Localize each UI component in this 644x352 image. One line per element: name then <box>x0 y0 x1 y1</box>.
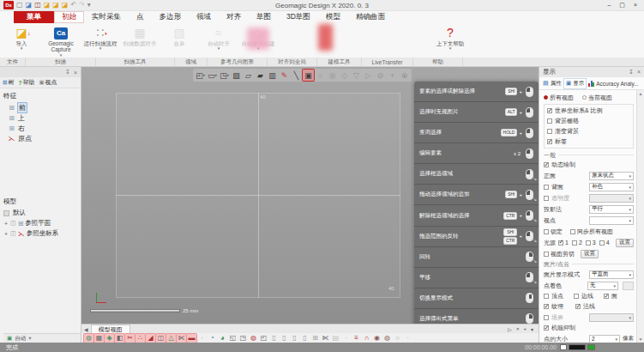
ribbon-button[interactable]: ≈ 自动对齐 ▾ <box>199 24 238 58</box>
tool-icon[interactable]: · <box>197 334 207 343</box>
checkbox-row[interactable]: 边线 <box>574 291 604 301</box>
viewport-tool-icon[interactable]: ◳ <box>219 70 230 81</box>
checkbox-icon[interactable] <box>544 162 549 167</box>
dynamic-draw-checkbox[interactable]: 动态绘制 <box>544 160 634 170</box>
tool-icon[interactable]: △ <box>166 334 176 343</box>
viewport-tool-icon[interactable]: ▽ <box>351 70 362 81</box>
menu-tab[interactable]: 精确曲面 <box>348 11 393 23</box>
tab-properties[interactable]: ▤ 属性 <box>541 79 563 88</box>
tool-icon[interactable]: ◉ <box>372 334 382 343</box>
maximize-button[interactable]: ▢ <box>619 2 625 9</box>
checkbox-icon[interactable] <box>544 185 549 190</box>
tool-icon[interactable]: ○ <box>393 334 402 343</box>
viewport-3d[interactable]: 40 40 ◰▭◳▧▱▰▥✎╲▣○◎◇▽▷⊘+⊕ 25 mm 要素的选择或解除选… <box>81 67 539 324</box>
quick-access-icon[interactable]: ▢ <box>16 2 23 9</box>
menu-tab[interactable]: 3D草图 <box>279 11 318 23</box>
visibility-icon[interactable]: ◫ <box>10 220 16 227</box>
light-checkbox[interactable]: 3 <box>586 240 596 246</box>
tool-icon[interactable]: ◫ <box>156 334 166 343</box>
tab-accuracy-analyzer[interactable]: Accuracy Analy... <box>587 80 640 88</box>
tool-icon[interactable]: ▯ <box>290 334 299 343</box>
dropdown-select[interactable]: 无 <box>587 282 618 290</box>
checkbox-icon[interactable] <box>547 118 552 124</box>
lock-checkbox[interactable]: 锁定 <box>544 228 563 236</box>
tool-icon[interactable]: ◢ <box>146 334 155 343</box>
tool-icon[interactable]: ✂ <box>125 334 135 343</box>
tool-icon[interactable]: · <box>403 334 412 343</box>
dropdown-select[interactable] <box>589 313 634 322</box>
expander-icon[interactable]: + <box>3 221 9 227</box>
menu-tab[interactable]: 模型 <box>318 11 348 23</box>
viewport-tool-icon[interactable]: ▣ <box>303 70 314 81</box>
quick-access-icon[interactable]: ◪ <box>62 2 69 9</box>
viewport-tool-icon[interactable]: ◇ <box>339 70 350 81</box>
tab-display[interactable]: ▣ 显示 <box>564 79 587 88</box>
checkbox-row[interactable]: 渐变背景 <box>547 126 630 137</box>
dropdown-select[interactable]: 平行 <box>589 205 634 214</box>
dropdown-select[interactable]: 原来状态 <box>589 172 634 180</box>
viewport-tool-icon[interactable]: ▱ <box>243 70 254 81</box>
tool-icon[interactable]: ⋉ <box>177 334 186 343</box>
tool-icon[interactable]: ◔ <box>208 334 217 343</box>
left-panel-tab[interactable]: ? 帮助 <box>16 78 36 87</box>
left-panel-tab[interactable]: ⊞ 树 <box>1 78 15 87</box>
quick-access-icon[interactable]: ◪ <box>26 2 33 9</box>
light-settings-button[interactable]: 设置 <box>616 239 634 247</box>
tool-icon[interactable]: ◧ <box>115 334 124 343</box>
checkbox-icon[interactable] <box>544 325 549 331</box>
light-checkbox[interactable]: 2 <box>572 240 582 246</box>
menu-tab[interactable]: 多边形 <box>152 11 190 23</box>
tool-icon[interactable]: ▯ <box>269 334 279 343</box>
viewport-tool-icon[interactable]: ⊘ <box>375 70 386 81</box>
checkbox-row[interactable]: 纹理 <box>544 301 575 312</box>
overlay-control-icon[interactable]: ▾ <box>531 326 533 332</box>
view-clip-checkbox[interactable]: 视图剪切 <box>544 250 575 258</box>
checkbox-icon[interactable] <box>547 139 552 144</box>
viewport-tool-icon[interactable]: ⊕ <box>399 70 410 81</box>
menu-tab[interactable]: 领域 <box>189 11 219 23</box>
checkbox-icon[interactable] <box>544 196 549 201</box>
light-checkbox[interactable]: 4 <box>599 240 610 246</box>
tool-icon[interactable]: ▬ <box>187 334 196 343</box>
menu-tab[interactable]: 点 <box>129 11 152 23</box>
viewport-tool-icon[interactable]: ▷ <box>363 70 374 81</box>
ribbon-button[interactable]: ▦ 扫描数据对齐 ▾ <box>120 24 159 58</box>
pin-icon[interactable]: ↧ <box>629 69 634 76</box>
viewport-tool-icon[interactable]: ▥ <box>267 70 278 81</box>
menu-tab[interactable]: 草图 <box>249 11 279 23</box>
quick-access-icon[interactable]: ◪ <box>52 2 59 9</box>
expander-icon[interactable]: + <box>3 231 9 237</box>
tool-icon[interactable]: ∴ <box>135 334 145 343</box>
overlay-control-icon[interactable]: + <box>523 326 527 332</box>
viewport-tool-icon[interactable]: ○ <box>315 70 326 81</box>
tool-icon[interactable]: ▤ <box>331 334 340 343</box>
scroll-left-icon[interactable]: ◀ <box>84 326 88 332</box>
viewport-tool-icon[interactable]: + <box>387 70 398 81</box>
dropdown-select[interactable]: 补色 <box>589 183 634 191</box>
viewport-tool-icon[interactable]: ╲ <box>291 70 302 81</box>
ribbon-button[interactable]: ▧ 合并 ▾ <box>159 24 199 58</box>
tool-icon[interactable]: · <box>341 334 351 343</box>
checkbox-icon[interactable] <box>547 129 552 134</box>
checkbox-icon[interactable] <box>3 210 9 216</box>
tool-icon[interactable]: ∩ <box>362 334 371 343</box>
tree-item[interactable]: ⊞ 上 <box>3 112 81 123</box>
close-button[interactable]: × <box>634 2 637 9</box>
left-panel-tab[interactable]: ▣ 视点 <box>37 78 58 87</box>
checkbox-row[interactable]: 背景栅格 <box>547 116 630 126</box>
checkbox-row[interactable]: 法线 <box>575 301 607 312</box>
tree-item[interactable]: ⊞ 前 <box>3 102 81 112</box>
viewport-tool-icon[interactable]: ▧ <box>231 70 242 81</box>
tool-icon[interactable]: ◈ <box>105 334 114 343</box>
dropdown-select[interactable]: 平直面 <box>589 270 634 279</box>
tool-icon[interactable]: ≡ <box>352 334 361 343</box>
tool-icon[interactable]: ▯ <box>280 334 289 343</box>
tool-icon[interactable]: ◰ <box>259 334 268 343</box>
checkbox-icon[interactable] <box>544 315 549 320</box>
quick-access-icon[interactable]: ◫ <box>34 2 41 9</box>
ribbon-button[interactable]: ? 上下文帮助 ▾ <box>430 24 470 58</box>
ribbon-button[interactable]: ∷◗ 运行扫描流程 ▾ <box>81 24 120 58</box>
dropdown-select[interactable] <box>589 194 634 203</box>
model-tree-item[interactable]: + ◫ ⊞ 参照平面 <box>3 218 81 228</box>
viewport-tool-icon[interactable]: ◰ <box>195 70 206 81</box>
